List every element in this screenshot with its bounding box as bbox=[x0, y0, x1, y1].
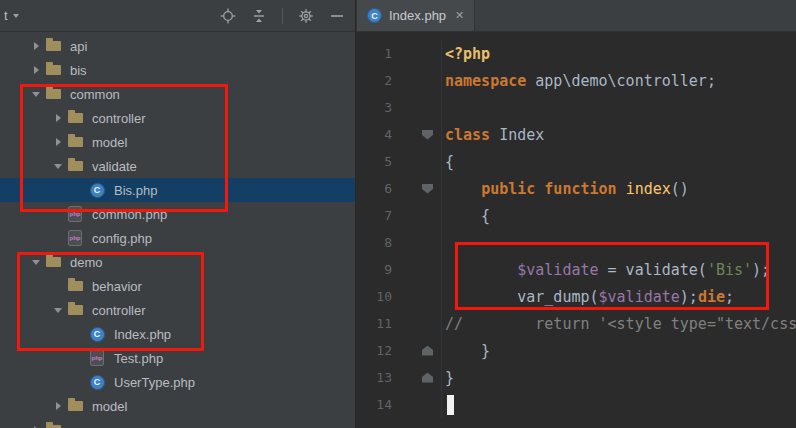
tree-item-test-php[interactable]: phpTest.php bbox=[0, 346, 355, 370]
gutter: 6 bbox=[356, 175, 442, 202]
line-number[interactable]: 2 bbox=[356, 73, 392, 88]
folder-icon bbox=[44, 38, 62, 54]
toolbar-divider bbox=[282, 8, 283, 24]
chevron-down-icon[interactable] bbox=[50, 308, 66, 313]
collapse-all-button[interactable] bbox=[251, 8, 267, 24]
line-number[interactable]: 13 bbox=[356, 370, 392, 385]
gutter: 5 bbox=[356, 148, 442, 175]
line-number[interactable]: 11 bbox=[356, 316, 392, 331]
close-icon[interactable]: ✕ bbox=[455, 9, 464, 22]
php-file-icon: php bbox=[66, 206, 84, 222]
folder-icon bbox=[44, 254, 62, 270]
code-line: 12 } bbox=[356, 337, 796, 364]
project-view-selector[interactable]: t bbox=[4, 8, 19, 23]
tree-item-behavior[interactable]: behavior bbox=[0, 274, 355, 298]
tree-item-common[interactable]: common bbox=[0, 82, 355, 106]
code-text: class Index bbox=[445, 126, 544, 144]
tab-label: Index.php bbox=[389, 8, 446, 23]
tree-item-bis[interactable]: bis bbox=[0, 58, 355, 82]
code-text: var_dump($validate);die; bbox=[445, 288, 734, 306]
line-number[interactable]: 6 bbox=[356, 181, 392, 196]
line-number[interactable]: 5 bbox=[356, 154, 392, 169]
editor-tab-bar: C Index.php ✕ bbox=[356, 0, 796, 32]
chevron-down-icon bbox=[13, 14, 19, 18]
tree-item-label: model bbox=[92, 399, 127, 414]
fold-marker-icon[interactable] bbox=[422, 373, 433, 383]
gutter: 10 bbox=[356, 283, 442, 310]
fold-marker-icon[interactable] bbox=[422, 184, 433, 194]
line-number[interactable]: 14 bbox=[356, 397, 392, 412]
folder-icon bbox=[44, 86, 62, 102]
chevron-right-icon[interactable] bbox=[50, 138, 66, 146]
tree-item-bis-php[interactable]: CBis.php bbox=[0, 178, 355, 202]
tree-item-label: bis bbox=[70, 63, 87, 78]
chevron-right-icon[interactable] bbox=[50, 114, 66, 122]
gutter: 14 bbox=[356, 391, 442, 418]
tree-item-controller[interactable]: controller bbox=[0, 298, 355, 322]
tree-item-model[interactable]: model bbox=[0, 394, 355, 418]
gutter: 2 bbox=[356, 67, 442, 94]
gutter-mark-area bbox=[392, 373, 441, 383]
code-line: 14 bbox=[356, 391, 796, 418]
gutter-mark-area bbox=[392, 346, 441, 356]
tree-item-common-php[interactable]: phpcommon.php bbox=[0, 202, 355, 226]
chevron-down-icon[interactable] bbox=[50, 164, 66, 169]
code-line: 6 public function index() bbox=[356, 175, 796, 202]
scroll-to-source-button[interactable] bbox=[220, 8, 236, 24]
tree-item-label: common.php bbox=[92, 207, 167, 222]
code-text: { bbox=[445, 153, 454, 171]
gutter: 13 bbox=[356, 364, 442, 391]
code-editor[interactable]: 1<?php2namespace app\demo\controller;34c… bbox=[356, 32, 796, 428]
tree-item-api[interactable]: api bbox=[0, 34, 355, 58]
tree-item-demo[interactable]: demo bbox=[0, 250, 355, 274]
minimize-icon bbox=[329, 8, 345, 24]
tree-item-label: validate bbox=[92, 159, 137, 174]
tree-item-controller[interactable]: controller bbox=[0, 106, 355, 130]
line-number[interactable]: 1 bbox=[356, 46, 392, 61]
project-panel-title: t bbox=[4, 8, 8, 23]
chevron-down-icon[interactable] bbox=[28, 92, 44, 97]
code-line: 11// return '<style type="text/css bbox=[356, 310, 796, 337]
code-text: } bbox=[445, 369, 454, 387]
line-number[interactable]: 7 bbox=[356, 208, 392, 223]
tree-item-label: api bbox=[70, 39, 87, 54]
fold-marker-icon[interactable] bbox=[422, 346, 433, 356]
tree-item-validate[interactable]: validate bbox=[0, 154, 355, 178]
code-text: $validate = validate('Bis'); bbox=[445, 261, 770, 279]
settings-button[interactable] bbox=[298, 8, 314, 24]
chevron-right-icon[interactable] bbox=[28, 42, 44, 50]
tree-item-config-php[interactable]: phpconfig.php bbox=[0, 226, 355, 250]
line-number[interactable]: 3 bbox=[356, 100, 392, 115]
line-number[interactable]: 4 bbox=[356, 127, 392, 142]
line-number[interactable]: 12 bbox=[356, 343, 392, 358]
php-class-icon: C bbox=[88, 374, 106, 390]
tree-item-index-php[interactable]: CIndex.php bbox=[0, 322, 355, 346]
code-line: 5{ bbox=[356, 148, 796, 175]
gutter: 7 bbox=[356, 202, 442, 229]
tree-item-label: demo bbox=[70, 255, 103, 270]
tree-item-model[interactable]: model bbox=[0, 130, 355, 154]
line-number[interactable]: 10 bbox=[356, 289, 392, 304]
gutter: 3 bbox=[356, 94, 442, 121]
line-number[interactable]: 8 bbox=[356, 235, 392, 250]
fold-marker-icon[interactable] bbox=[422, 130, 433, 140]
project-panel-header: t bbox=[0, 0, 355, 32]
tree-item-label: config.php bbox=[92, 231, 152, 246]
project-panel: t bbox=[0, 0, 356, 428]
target-icon bbox=[220, 8, 236, 24]
tree-item-label: common bbox=[70, 87, 120, 102]
tree-item-usertype-php[interactable]: CUserType.php bbox=[0, 370, 355, 394]
code-text: // return '<style type="text/css bbox=[445, 315, 796, 333]
chevron-right-icon[interactable] bbox=[50, 402, 66, 410]
tree-item-partial[interactable] bbox=[0, 418, 355, 428]
chevron-down-icon[interactable] bbox=[28, 260, 44, 265]
tab-index-php[interactable]: C Index.php ✕ bbox=[356, 0, 475, 31]
line-number[interactable]: 9 bbox=[356, 262, 392, 277]
gutter-mark-area bbox=[392, 184, 441, 194]
folder-icon bbox=[44, 422, 62, 428]
hide-panel-button[interactable] bbox=[329, 8, 345, 24]
chevron-right-icon[interactable] bbox=[28, 66, 44, 74]
gutter: 1 bbox=[356, 40, 442, 67]
folder-icon bbox=[66, 134, 84, 150]
tree-item-label: behavior bbox=[92, 279, 142, 294]
